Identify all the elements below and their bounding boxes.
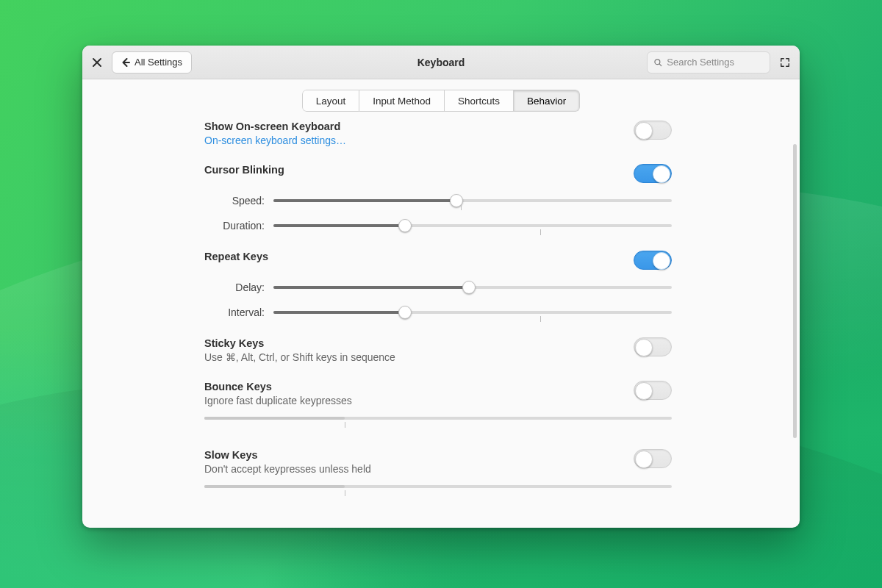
- section-slow-keys: Slow Keys Don't accept keypresses unless…: [204, 449, 672, 500]
- tab-shortcuts[interactable]: Shortcuts: [445, 90, 514, 112]
- section-sticky-keys: Sticky Keys Use ⌘, Alt, Ctrl, or Shift k…: [204, 337, 672, 363]
- repeat-interval-label: Interval:: [204, 306, 273, 318]
- search-icon: [653, 57, 662, 68]
- search-input[interactable]: [667, 57, 764, 68]
- repeat-interval-slider[interactable]: [273, 305, 672, 320]
- cursor-title: Cursor Blinking: [204, 164, 284, 176]
- cursor-duration-label: Duration:: [204, 220, 273, 232]
- cursor-switch[interactable]: [634, 164, 672, 183]
- arrow-left-icon: [121, 58, 130, 67]
- back-all-settings-button[interactable]: All Settings: [112, 51, 192, 74]
- tabs-row: Layout Input Method Shortcuts Behavior: [82, 79, 800, 112]
- cursor-duration-slider[interactable]: [273, 218, 672, 233]
- page-title: Keyboard: [318, 57, 564, 68]
- maximize-icon[interactable]: [778, 55, 792, 70]
- back-button-label: All Settings: [135, 57, 182, 68]
- bounce-sub: Ignore fast duplicate keypresses: [204, 395, 352, 406]
- section-cursor-blinking: Cursor Blinking Speed: Duration:: [204, 164, 672, 233]
- slow-switch[interactable]: [634, 449, 672, 468]
- sticky-switch[interactable]: [634, 337, 672, 356]
- osk-switch[interactable]: [634, 121, 672, 140]
- osk-title: Show On-screen Keyboard: [204, 121, 346, 132]
- slow-sub: Don't accept keypresses unless held: [204, 463, 371, 475]
- sticky-title: Sticky Keys: [204, 337, 395, 349]
- repeat-title: Repeat Keys: [204, 251, 268, 262]
- tab-input-method[interactable]: Input Method: [359, 90, 445, 112]
- tab-layout[interactable]: Layout: [302, 90, 360, 112]
- bounce-switch[interactable]: [634, 381, 672, 400]
- content-area: Show On-screen Keyboard On-screen keyboa…: [82, 112, 800, 528]
- repeat-delay-label: Delay:: [204, 282, 273, 293]
- slow-slider[interactable]: [204, 482, 672, 500]
- tabs: Layout Input Method Shortcuts Behavior: [302, 90, 581, 112]
- cursor-speed-label: Speed:: [204, 195, 273, 207]
- cursor-speed-slider[interactable]: [273, 193, 672, 208]
- section-on-screen-keyboard: Show On-screen Keyboard On-screen keyboa…: [204, 121, 672, 146]
- search-field[interactable]: [647, 51, 770, 74]
- repeat-delay-slider[interactable]: [273, 280, 672, 295]
- osk-settings-link[interactable]: On-screen keyboard settings…: [204, 135, 346, 146]
- sticky-sub: Use ⌘, Alt, Ctrl, or Shift keys in seque…: [204, 351, 395, 363]
- section-repeat-keys: Repeat Keys Delay: Interval:: [204, 251, 672, 320]
- section-bounce-keys: Bounce Keys Ignore fast duplicate keypre…: [204, 381, 672, 431]
- close-icon[interactable]: [90, 55, 104, 70]
- slow-title: Slow Keys: [204, 449, 371, 461]
- repeat-switch[interactable]: [634, 251, 672, 270]
- settings-window: All Settings Keyboard Layout Input Meth: [82, 46, 800, 528]
- tab-behavior[interactable]: Behavior: [514, 90, 580, 112]
- bounce-title: Bounce Keys: [204, 381, 352, 392]
- bounce-slider[interactable]: [204, 414, 672, 431]
- headerbar: All Settings Keyboard: [82, 46, 800, 79]
